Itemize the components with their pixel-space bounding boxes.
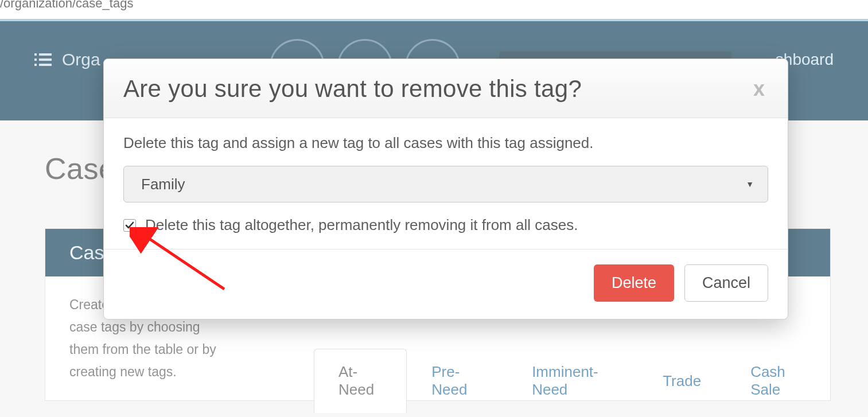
browser-url-bar[interactable]: /organization/case_tags — [0, 0, 868, 19]
dialog-instruction: Delete this tag and assign a new tag to … — [123, 134, 768, 152]
delete-permanently-checkbox[interactable] — [123, 219, 136, 232]
dialog-body: Delete this tag and assign a new tag to … — [104, 118, 788, 250]
button-label: Cancel — [702, 274, 750, 291]
dialog-footer: Delete Cancel — [104, 250, 788, 319]
delete-button[interactable]: Delete — [594, 264, 674, 302]
cancel-button[interactable]: Cancel — [684, 264, 768, 302]
replacement-tag-select[interactable]: Family ▼ — [123, 166, 768, 202]
check-icon — [125, 221, 134, 230]
url-text: /organization/case_tags — [0, 0, 133, 11]
chevron-down-icon: ▼ — [746, 180, 754, 189]
dialog-header: Are you sure you want to remove this tag… — [104, 59, 788, 118]
close-icon[interactable]: x — [750, 77, 768, 101]
dialog-title: Are you sure you want to remove this tag… — [123, 75, 582, 103]
select-value: Family — [141, 176, 185, 193]
button-label: Delete — [612, 274, 656, 291]
remove-tag-dialog: Are you sure you want to remove this tag… — [103, 59, 788, 319]
delete-permanently-label[interactable]: Delete this tag altogether, permanently … — [145, 216, 578, 234]
